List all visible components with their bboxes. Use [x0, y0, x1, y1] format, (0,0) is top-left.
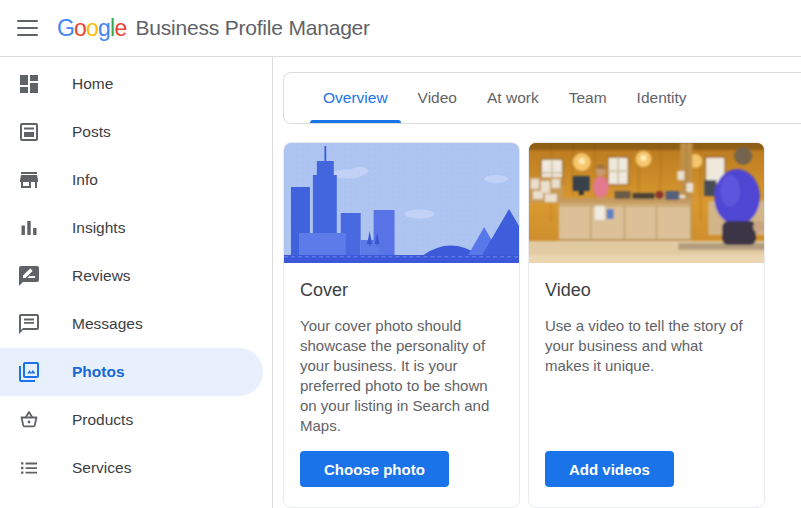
- website-icon: [17, 504, 41, 508]
- main-content: Overview Video At work Team Identity: [273, 57, 801, 508]
- dashboard-icon: [17, 72, 41, 96]
- app-title: Business Profile Manager: [135, 16, 370, 40]
- hamburger-menu-icon[interactable]: [16, 16, 40, 40]
- cover-card-body: Cover Your cover photo should showcase t…: [284, 263, 519, 507]
- sidebar-item-products[interactable]: Products: [0, 396, 263, 444]
- app-header: G o o g l e Business Profile Manager: [0, 0, 801, 57]
- logo-letter: e: [114, 15, 126, 42]
- logo-letter: g: [98, 15, 110, 42]
- rate-review-icon: [17, 264, 41, 288]
- video-card-description: Use a video to tell the story of your bu…: [545, 316, 748, 376]
- sidebar-nav: Home Posts Info Insights Reviews: [0, 57, 273, 508]
- photo-library-icon: [17, 360, 41, 384]
- tab-label: At work: [487, 89, 539, 107]
- logo-letter: G: [57, 15, 74, 42]
- sidebar-item-label: Reviews: [72, 267, 131, 285]
- sidebar-item-info[interactable]: Info: [0, 156, 263, 204]
- cover-card-description: Your cover photo should showcase the per…: [300, 316, 503, 436]
- sidebar-item-posts[interactable]: Posts: [0, 108, 263, 156]
- sidebar-item-label: Photos: [72, 363, 125, 381]
- posts-icon: [17, 120, 41, 144]
- choose-photo-button[interactable]: Choose photo: [300, 451, 449, 487]
- video-card: Video Use a video to tell the story of y…: [528, 142, 765, 508]
- logo-letter: o: [74, 15, 86, 42]
- sidebar-item-services[interactable]: Services: [0, 444, 263, 492]
- sidebar-item-label: Services: [72, 459, 131, 477]
- cover-illustration: [284, 143, 519, 263]
- sidebar-item-label: Insights: [72, 219, 125, 237]
- tab-label: Video: [418, 89, 457, 107]
- list-icon: [17, 456, 41, 480]
- storefront-icon: [17, 168, 41, 192]
- tab-label: Team: [569, 89, 607, 107]
- bar-chart-icon: [17, 216, 41, 240]
- video-photo: [529, 143, 764, 263]
- tab-label: Overview: [323, 89, 388, 107]
- photo-cards-row: Cover Your cover photo should showcase t…: [283, 142, 801, 508]
- chat-icon: [17, 312, 41, 336]
- add-videos-button[interactable]: Add videos: [545, 451, 674, 487]
- sidebar-item-home[interactable]: Home: [0, 60, 263, 108]
- tab-team[interactable]: Team: [554, 73, 622, 123]
- sidebar-item-photos[interactable]: Photos: [0, 348, 263, 396]
- logo-letter: o: [86, 15, 98, 42]
- tab-overview[interactable]: Overview: [308, 73, 403, 123]
- basket-icon: [17, 408, 41, 432]
- tab-at-work[interactable]: At work: [472, 73, 554, 123]
- photos-tab-bar: Overview Video At work Team Identity: [283, 72, 801, 124]
- cover-card: Cover Your cover photo should showcase t…: [283, 142, 520, 508]
- sidebar-item-messages[interactable]: Messages: [0, 300, 263, 348]
- sidebar-item-reviews[interactable]: Reviews: [0, 252, 263, 300]
- sidebar-item-label: Products: [72, 411, 133, 429]
- video-card-body: Video Use a video to tell the story of y…: [529, 263, 764, 507]
- tab-video[interactable]: Video: [403, 73, 472, 123]
- sidebar-item-label: Home: [72, 75, 113, 93]
- sidebar-item-label: Info: [72, 171, 98, 189]
- sidebar-item-partial[interactable]: [0, 492, 263, 508]
- google-logo: G o o g l e: [57, 15, 126, 42]
- sidebar-item-label: Posts: [72, 123, 111, 141]
- tab-label: Identity: [637, 89, 687, 107]
- tab-identity[interactable]: Identity: [622, 73, 702, 123]
- cover-card-title: Cover: [300, 280, 503, 301]
- sidebar-item-insights[interactable]: Insights: [0, 204, 263, 252]
- video-card-title: Video: [545, 280, 748, 301]
- sidebar-item-label: Messages: [72, 315, 143, 333]
